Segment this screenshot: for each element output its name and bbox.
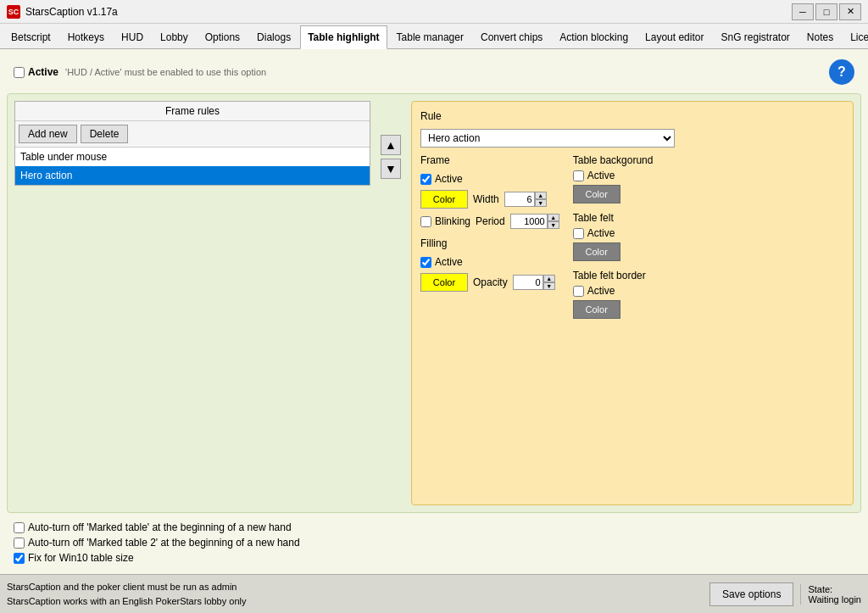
table-background-color-button[interactable]: Color [573, 185, 620, 203]
tab-license[interactable]: License [843, 25, 868, 48]
titlebar: SC StarsCaption v1.17a ─ □ ✕ [0, 0, 868, 24]
bottom-option-0-checkbox[interactable] [14, 522, 25, 533]
rule-dropdown[interactable]: Hero action Table under mouse [420, 129, 675, 148]
frame-width-spinner[interactable]: ▲ ▼ [504, 192, 547, 207]
frame-width-down[interactable]: ▼ [535, 199, 547, 207]
tab-lobby[interactable]: Lobby [153, 25, 196, 48]
table-background-active-text: Active [587, 170, 615, 181]
frame-rules-header: Frame rules [15, 102, 370, 121]
table-felt-border-color-button[interactable]: Color [573, 300, 620, 319]
delete-button[interactable]: Delete [81, 125, 129, 143]
filling-section: Filling Active Color Opacity [420, 237, 559, 292]
frame-width-input[interactable] [504, 192, 535, 207]
frame-section: Frame Active Color Width [420, 154, 559, 229]
frame-period-label: Period [476, 215, 505, 227]
frame-period-input[interactable] [510, 214, 548, 229]
bottom-option-1-text: Auto-turn off 'Marked table 2' at the be… [28, 537, 300, 549]
table-felt-border-active-label[interactable]: Active [573, 285, 654, 297]
tab-sng-registrator[interactable]: SnG registrator [713, 25, 797, 48]
add-new-button[interactable]: Add new [19, 125, 77, 143]
save-options-button[interactable]: Save options [709, 582, 793, 606]
app-icon: SC [7, 5, 20, 19]
table-felt-border-active-checkbox[interactable] [573, 286, 584, 297]
frame-rules-buttons: Add new Delete [15, 121, 370, 148]
table-background-section: Table backgorund Active Color [573, 154, 654, 203]
frame-blinking-checkbox[interactable] [420, 216, 431, 227]
menubar: BetscriptHotkeysHUDLobbyOptionsDialogsTa… [0, 24, 868, 49]
frame-color-row: Color Width ▲ ▼ [420, 190, 559, 209]
tab-options[interactable]: Options [198, 25, 248, 48]
move-buttons: ▲ ▼ [381, 101, 401, 505]
move-up-button[interactable]: ▲ [381, 135, 401, 155]
frame-period-spinner[interactable]: ▲ ▼ [510, 214, 559, 229]
frame-width-up[interactable]: ▲ [535, 192, 547, 199]
status-line2: StarsCaption works with an English Poker… [7, 594, 703, 609]
rule-sections: Frame Active Color Width [420, 154, 844, 496]
help-button[interactable]: ? [829, 59, 854, 85]
frame-active-checkbox[interactable] [420, 174, 431, 185]
titlebar-controls: ─ □ ✕ [792, 3, 861, 20]
filling-active-text: Active [435, 256, 463, 268]
status-line1: StarsCaption and the poker client must b… [7, 580, 703, 594]
tab-notes[interactable]: Notes [799, 25, 841, 48]
rule-item-0[interactable]: Table under mouse [15, 148, 370, 166]
bottom-option-1[interactable]: Auto-turn off 'Marked table 2' at the be… [14, 537, 854, 549]
bottom-option-1-checkbox[interactable] [14, 538, 25, 549]
rule-item-1[interactable]: Hero action [15, 166, 370, 185]
frame-section-title: Frame [420, 154, 559, 166]
filling-active-checkbox[interactable] [420, 257, 431, 268]
minimize-button[interactable]: ─ [792, 3, 814, 20]
bottom-option-2[interactable]: Fix for Win10 table size [14, 552, 854, 564]
table-felt-active-label[interactable]: Active [573, 227, 654, 239]
top-active-checkbox-label[interactable]: Active [14, 66, 58, 78]
frame-rules-section: Frame rules Add new Delete Table under m… [14, 101, 854, 505]
frame-blinking-text: Blinking [435, 215, 470, 227]
bottom-option-0-text: Auto-turn off 'Marked table' at the begi… [28, 521, 292, 533]
tab-action-blocking[interactable]: Action blocking [552, 25, 636, 48]
restore-button[interactable]: □ [815, 3, 837, 20]
frame-period-up[interactable]: ▲ [548, 214, 559, 221]
tab-table-highlight[interactable]: Table highlight [300, 25, 387, 49]
tab-convert-chips[interactable]: Convert chips [473, 25, 550, 48]
rules-list: Table under mouse Hero action [15, 148, 370, 185]
filling-opacity-spinner[interactable]: ▲ ▼ [513, 275, 555, 290]
frame-blinking-label[interactable]: Blinking [420, 215, 470, 227]
frame-rules-panel: Frame rules Add new Delete Table under m… [14, 101, 370, 186]
filling-section-title: Filling [420, 237, 559, 249]
state-label: State: [808, 584, 832, 594]
rule-detail: Rule Hero action Table under mouse Frame [411, 101, 854, 505]
table-felt-active-checkbox[interactable] [573, 228, 584, 239]
table-felt-active-text: Active [587, 227, 615, 239]
tab-dialogs[interactable]: Dialogs [249, 25, 298, 48]
tab-hud[interactable]: HUD [114, 25, 151, 48]
table-background-title: Table backgorund [573, 154, 654, 166]
frame-width-spinner-btns: ▲ ▼ [535, 192, 547, 207]
frame-period-down[interactable]: ▼ [548, 221, 559, 229]
table-background-active-label[interactable]: Active [573, 170, 654, 181]
table-felt-title: Table felt [573, 212, 654, 224]
table-background-active-checkbox[interactable] [573, 170, 584, 181]
top-active-checkbox[interactable] [14, 67, 25, 78]
close-button[interactable]: ✕ [839, 3, 861, 20]
filling-opacity-up[interactable]: ▲ [543, 275, 555, 282]
tab-layout-editor[interactable]: Layout editor [637, 25, 711, 48]
main-content: Active 'HUD / Active' must be enabled to… [0, 49, 868, 574]
filling-opacity-input[interactable] [513, 275, 543, 290]
move-down-button[interactable]: ▼ [381, 159, 401, 179]
bottom-option-0[interactable]: Auto-turn off 'Marked table' at the begi… [14, 521, 854, 533]
tab-hotkeys[interactable]: Hotkeys [60, 25, 112, 48]
bottom-option-2-text: Fix for Win10 table size [28, 552, 134, 564]
filling-color-button[interactable]: Color [420, 273, 468, 292]
table-felt-color-button[interactable]: Color [573, 242, 620, 261]
filling-opacity-down[interactable]: ▼ [543, 282, 555, 290]
filling-active-label[interactable]: Active [420, 256, 559, 268]
table-felt-border-title: Table felt border [573, 270, 654, 281]
frame-period-spinner-btns: ▲ ▼ [548, 214, 559, 229]
filling-opacity-label: Opacity [473, 276, 508, 288]
bottom-options: Auto-turn off 'Marked table' at the begi… [7, 518, 861, 567]
tab-betscript[interactable]: Betscript [3, 25, 58, 48]
tab-table-manager[interactable]: Table manager [389, 25, 471, 48]
frame-color-button[interactable]: Color [420, 190, 468, 209]
bottom-option-2-checkbox[interactable] [14, 553, 25, 564]
frame-active-label[interactable]: Active [420, 173, 559, 185]
